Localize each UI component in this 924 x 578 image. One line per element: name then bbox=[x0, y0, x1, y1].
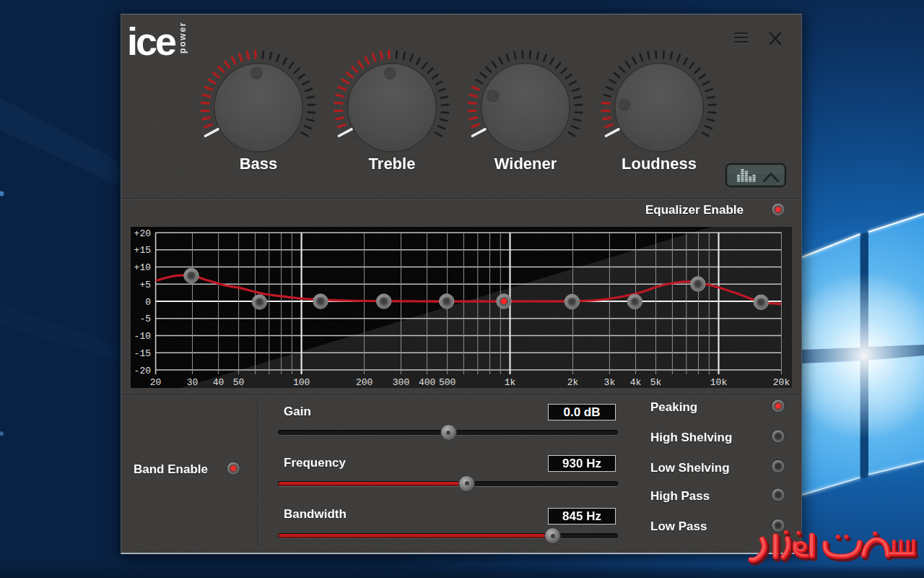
svg-text:-10: -10 bbox=[134, 331, 151, 342]
svg-text:4k: 4k bbox=[630, 377, 642, 388]
svg-text:-15: -15 bbox=[134, 348, 151, 359]
svg-text:+20: +20 bbox=[134, 228, 151, 239]
svg-text:300: 300 bbox=[393, 377, 409, 388]
svg-text:1k: 1k bbox=[505, 377, 516, 388]
svg-text:200: 200 bbox=[356, 377, 372, 388]
svg-text:500: 500 bbox=[439, 377, 456, 388]
svg-text:30: 30 bbox=[187, 377, 199, 388]
svg-text:3k: 3k bbox=[604, 377, 616, 388]
svg-text:+5: +5 bbox=[139, 280, 151, 290]
svg-text:100: 100 bbox=[293, 377, 310, 388]
svg-text:400: 400 bbox=[419, 377, 435, 388]
svg-text:20: 20 bbox=[150, 377, 162, 388]
svg-text:+15: +15 bbox=[134, 245, 151, 256]
svg-text:10k: 10k bbox=[710, 377, 728, 388]
svg-text:-5: -5 bbox=[139, 314, 151, 324]
svg-text:2k: 2k bbox=[567, 377, 579, 388]
svg-text:5k: 5k bbox=[650, 377, 662, 388]
svg-text:20k: 20k bbox=[773, 377, 790, 388]
svg-text:-20: -20 bbox=[134, 366, 151, 376]
svg-text:0: 0 bbox=[145, 297, 151, 308]
svg-text:40: 40 bbox=[213, 377, 225, 388]
svg-text:+10: +10 bbox=[134, 262, 151, 273]
svg-text:50: 50 bbox=[233, 377, 245, 388]
